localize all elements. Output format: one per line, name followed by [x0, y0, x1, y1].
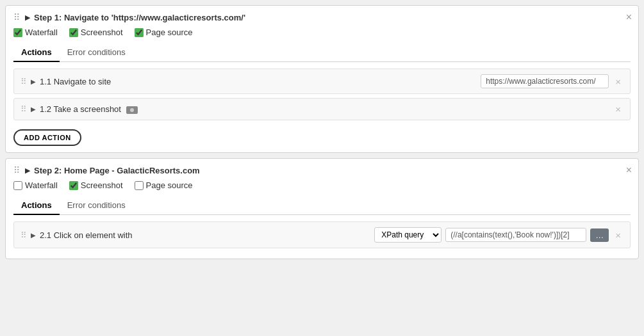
action-2-1-ellipsis-button[interactable]: … [590, 228, 609, 242]
action-2-1-xpath-input[interactable] [445, 228, 586, 242]
step-1-checkboxes: Waterfall Screenshot Page source [13, 28, 631, 37]
action-2-1-drag-handle[interactable]: ⠿ [21, 230, 27, 240]
step-1-block: ⠿ ▶ Step 1: Navigate to 'https://www.gal… [5, 5, 639, 153]
step-1-pagesource-checkbox[interactable]: Page source [135, 28, 193, 37]
action-1-2-chevron[interactable]: ▶ [31, 106, 36, 113]
action-1-2-row: ⠿ ▶ 1.2 Take a screenshot × [13, 98, 631, 120]
step-2-pagesource-input[interactable] [135, 181, 144, 190]
action-1-1-row: ⠿ ▶ 1.1 Navigate to site × [13, 68, 631, 94]
step-2-title: Step 2: Home Page - GalacticResorts.com [34, 166, 631, 175]
screenshot-icon [126, 106, 138, 114]
step-2-tabs: Actions Error conditions [13, 196, 631, 215]
action-2-1-chevron[interactable]: ▶ [31, 232, 36, 239]
action-1-1-chevron[interactable]: ▶ [31, 78, 36, 85]
step-1-header: ⠿ ▶ Step 1: Navigate to 'https://www.gal… [13, 12, 631, 22]
action-2-1-label: 2.1 Click on element with [40, 230, 370, 240]
action-2-1-close-button[interactable]: × [613, 230, 623, 241]
step-2-chevron[interactable]: ▶ [25, 166, 30, 175]
step-2-close-button[interactable]: × [626, 165, 632, 175]
action-2-1-row: ⠿ ▶ 2.1 Click on element with XPath quer… [13, 221, 631, 248]
step-2-waterfall-checkbox[interactable]: Waterfall [13, 180, 58, 190]
step-2-pagesource-label: Page source [146, 180, 193, 190]
step-1-tab-error-conditions[interactable]: Error conditions [60, 44, 133, 62]
step-1-pagesource-label: Page source [146, 28, 193, 37]
step-1-waterfall-input[interactable] [13, 28, 22, 37]
action-1-2-drag-handle[interactable]: ⠿ [21, 104, 27, 114]
step-2-header: ⠿ ▶ Step 2: Home Page - GalacticResorts.… [13, 165, 631, 175]
action-1-2-close-button[interactable]: × [613, 104, 623, 115]
step-1-title: Step 1: Navigate to 'https://www.galacti… [34, 13, 631, 22]
step-1-pagesource-input[interactable] [135, 28, 144, 37]
step-2-screenshot-checkbox[interactable]: Screenshot [69, 180, 123, 190]
step-1-waterfall-checkbox[interactable]: Waterfall [13, 28, 58, 37]
step-2-waterfall-label: Waterfall [25, 180, 58, 190]
step-2-screenshot-input[interactable] [69, 181, 78, 190]
step-1-waterfall-label: Waterfall [25, 28, 58, 37]
action-1-2-label: 1.2 Take a screenshot [40, 104, 609, 114]
action-2-1-query-select[interactable]: XPath query CSS selector [374, 227, 442, 243]
step-1-screenshot-label: Screenshot [81, 28, 123, 37]
step-1-add-action-button[interactable]: ADD ACTION [13, 129, 81, 146]
step-2-checkboxes: Waterfall Screenshot Page source [13, 180, 631, 190]
step-1-tabs: Actions Error conditions [13, 44, 631, 62]
step-2-tab-error-conditions[interactable]: Error conditions [60, 196, 133, 215]
step-1-chevron[interactable]: ▶ [25, 13, 30, 22]
action-1-1-label: 1.1 Navigate to site [40, 77, 477, 86]
step-1-tab-actions[interactable]: Actions [13, 44, 60, 62]
step-2-screenshot-label: Screenshot [81, 180, 123, 190]
step-1-drag-handle[interactable]: ⠿ [13, 12, 20, 22]
step-1-screenshot-checkbox[interactable]: Screenshot [69, 28, 123, 37]
step-1-screenshot-input[interactable] [69, 28, 78, 37]
action-1-1-drag-handle[interactable]: ⠿ [21, 77, 27, 86]
step-2-waterfall-input[interactable] [13, 181, 22, 190]
step-1-close-button[interactable]: × [626, 12, 632, 22]
action-1-1-url-input[interactable] [481, 74, 609, 88]
step-2-block: ⠿ ▶ Step 2: Home Page - GalacticResorts.… [5, 158, 639, 259]
step-2-drag-handle[interactable]: ⠿ [13, 165, 20, 175]
action-1-1-close-button[interactable]: × [613, 76, 623, 87]
step-2-tab-actions[interactable]: Actions [13, 196, 60, 215]
step-2-pagesource-checkbox[interactable]: Page source [135, 180, 193, 190]
